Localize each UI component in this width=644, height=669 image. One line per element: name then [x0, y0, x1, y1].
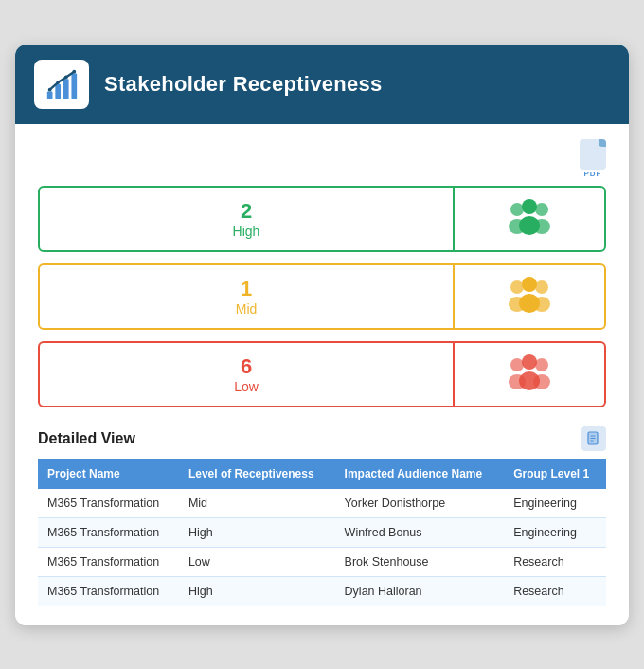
cell-level: High: [179, 576, 335, 606]
rec-label-low: Low: [234, 379, 259, 394]
pdf-label: PDF: [584, 170, 602, 178]
rec-left-mid: 1 Mid: [40, 265, 453, 328]
header-icon-box: [34, 60, 89, 109]
main-card: Stakeholder Receptiveness PDF 2 High: [15, 45, 629, 625]
cell-group: Engineering: [504, 489, 606, 518]
body: PDF 2 High: [15, 124, 629, 625]
pdf-file-icon: [580, 139, 606, 170]
svg-point-18: [522, 277, 537, 292]
rec-count-high: 2: [241, 199, 252, 224]
svg-point-8: [510, 203, 524, 216]
cell-project: M365 Transformation: [38, 517, 179, 547]
svg-rect-3: [71, 73, 77, 99]
col-project: Project Name: [38, 459, 179, 489]
table-row: M365 Transformation Low Brok Stenhouse R…: [38, 547, 606, 576]
col-level: Level of Receptiveness: [179, 459, 335, 489]
svg-point-7: [72, 69, 76, 73]
svg-rect-1: [55, 84, 61, 99]
rec-left-high: 2 High: [40, 188, 453, 250]
rec-left-low: 6 Low: [40, 343, 453, 406]
table-header-row: Project Name Level of Receptiveness Impa…: [38, 459, 606, 489]
cell-audience: Brok Stenhouse: [335, 547, 505, 576]
svg-point-6: [64, 75, 68, 79]
svg-rect-0: [47, 91, 53, 99]
people-icon-yellow: [505, 272, 554, 321]
cell-project: M365 Transformation: [38, 547, 179, 576]
cell-audience: Winfred Bonus: [335, 517, 505, 547]
rec-label-mid: Mid: [236, 301, 258, 316]
rec-card-high[interactable]: 2 High: [38, 186, 606, 252]
svg-point-5: [56, 81, 60, 84]
col-audience: Impacted Audience Name: [335, 459, 505, 489]
detailed-view-title: Detailed View: [38, 430, 135, 447]
cell-project: M365 Transformation: [38, 489, 179, 518]
header-title: Stakeholder Receptiveness: [104, 72, 383, 97]
cell-level: Low: [179, 547, 335, 576]
cell-group: Research: [504, 576, 606, 606]
pdf-button-area: PDF: [38, 139, 606, 178]
cell-group: Research: [504, 547, 606, 576]
detailed-view-icon-button[interactable]: [581, 426, 606, 451]
people-icon-red: [505, 350, 554, 399]
svg-point-13: [519, 216, 540, 235]
rec-card-mid[interactable]: 1 Mid: [38, 263, 606, 330]
rec-card-low[interactable]: 6 Low: [38, 341, 606, 407]
svg-point-25: [519, 371, 540, 390]
svg-point-16: [535, 280, 548, 294]
rec-right-high: [453, 188, 604, 250]
rec-label-high: High: [233, 224, 260, 239]
svg-point-10: [535, 203, 548, 216]
table-row: M365 Transformation Mid Yorker Donisthor…: [38, 489, 606, 518]
pdf-download-button[interactable]: PDF: [580, 139, 606, 178]
table-row: M365 Transformation High Winfred Bonus E…: [38, 517, 606, 547]
receptiveness-cards: 2 High: [38, 186, 606, 407]
svg-point-19: [519, 294, 540, 313]
rec-count-low: 6: [241, 354, 252, 379]
table-row: M365 Transformation High Dylan Halloran …: [38, 576, 606, 606]
detailed-view-header: Detailed View: [38, 426, 606, 451]
cell-level: Mid: [179, 489, 335, 518]
cell-level: High: [179, 517, 335, 547]
svg-point-14: [510, 280, 524, 294]
svg-rect-2: [63, 79, 69, 99]
svg-point-22: [535, 358, 548, 371]
col-group: Group Level 1: [504, 459, 606, 489]
cell-audience: Dylan Halloran: [335, 576, 505, 606]
svg-point-24: [522, 354, 537, 370]
cell-audience: Yorker Donisthorpe: [335, 489, 505, 518]
rec-right-low: [453, 343, 604, 406]
rec-count-mid: 1: [241, 277, 252, 301]
data-table: Project Name Level of Receptiveness Impa…: [38, 459, 606, 606]
header: Stakeholder Receptiveness: [15, 45, 629, 124]
document-icon: [586, 431, 601, 446]
svg-point-12: [522, 199, 537, 214]
rec-right-mid: [453, 265, 604, 328]
cell-project: M365 Transformation: [38, 576, 179, 606]
cell-group: Engineering: [504, 517, 606, 547]
svg-point-20: [510, 358, 524, 371]
chart-icon: [44, 66, 80, 102]
people-icon-green: [505, 194, 554, 244]
svg-point-4: [48, 87, 52, 91]
